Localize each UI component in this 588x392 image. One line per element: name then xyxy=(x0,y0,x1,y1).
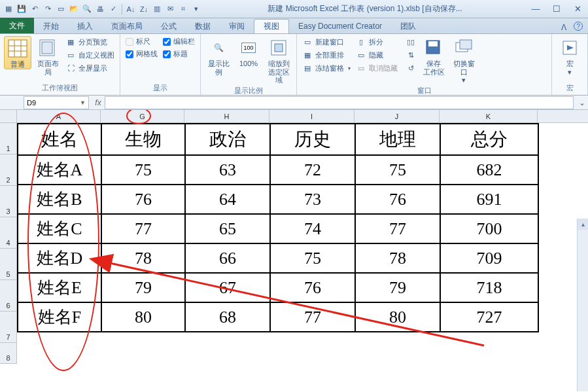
select-all-corner[interactable] xyxy=(0,110,17,123)
column-header-G[interactable]: G xyxy=(101,110,184,123)
help-icon[interactable]: ? xyxy=(574,22,583,31)
cell-r6-c2[interactable]: 67 xyxy=(185,273,270,302)
cell-r2-c4[interactable]: 75 xyxy=(355,155,440,185)
cell-r7-c1[interactable]: 80 xyxy=(101,302,185,332)
row-header-5[interactable]: 5 xyxy=(0,249,17,280)
custom-views-button[interactable]: ▭自定义视图 xyxy=(64,49,116,61)
formula-input[interactable] xyxy=(105,96,574,109)
column-headers[interactable]: AGHIJK xyxy=(17,110,588,123)
excel-icon[interactable]: ▦ xyxy=(3,3,14,15)
undo-icon[interactable]: ↶ xyxy=(29,3,41,15)
namebox-dropdown-icon[interactable]: ▼ xyxy=(80,99,86,106)
hide-button[interactable]: ▭隐藏 xyxy=(355,49,399,61)
zoom-button[interactable]: 🔍 显示比例 xyxy=(205,36,232,76)
macros-button[interactable]: 宏▾ xyxy=(556,36,583,76)
column-header-K[interactable]: K xyxy=(440,110,538,123)
cell-r4-c0[interactable]: 姓名C xyxy=(18,214,101,243)
reset-pos-button[interactable]: ↺ xyxy=(404,62,417,74)
row-header-6[interactable]: 6 xyxy=(0,280,17,312)
tab-home[interactable]: 开始 xyxy=(34,19,68,33)
cell-r6-c1[interactable]: 79 xyxy=(101,273,185,302)
cell-r4-c2[interactable]: 65 xyxy=(185,214,270,243)
page-break-preview-button[interactable]: ▦分页预览 xyxy=(64,36,116,48)
cell-r7-c5[interactable]: 727 xyxy=(440,302,538,332)
unhide-button[interactable]: ▭取消隐藏 xyxy=(355,62,399,74)
tab-insert[interactable]: 插入 xyxy=(68,19,102,33)
side-by-side-button[interactable]: ▯▯ xyxy=(404,36,417,48)
formula-expand-icon[interactable]: ⌄ xyxy=(576,98,588,107)
cells[interactable]: 姓名生物政治历史地理总分姓名A75637275682姓名B76647376691… xyxy=(17,123,539,332)
formula-bar-checkbox[interactable]: 编辑栏 xyxy=(162,36,196,47)
tab-formulas[interactable]: 公式 xyxy=(152,19,186,33)
column-header-I[interactable]: I xyxy=(269,110,355,123)
cell-r3-c5[interactable]: 691 xyxy=(440,185,538,214)
cell-r6-c5[interactable]: 718 xyxy=(440,273,538,302)
cell-r5-c3[interactable]: 75 xyxy=(270,243,355,273)
new-window-button[interactable]: ▭新建窗口 xyxy=(301,36,352,48)
cell-r3-c1[interactable]: 76 xyxy=(101,185,185,214)
row-header-8[interactable]: 8 xyxy=(0,343,17,364)
tab-easy-document-creator[interactable]: Easy Document Creator xyxy=(289,19,391,33)
column-header-A[interactable]: A xyxy=(17,110,101,123)
spell-icon[interactable]: ✓ xyxy=(107,3,119,15)
cell-r1-c2[interactable]: 政治 xyxy=(185,124,270,155)
switch-windows-button[interactable]: 切换窗口▾ xyxy=(450,36,477,84)
print-preview-icon[interactable]: 🔍 xyxy=(81,3,93,15)
open-icon[interactable]: 📂 xyxy=(68,3,80,15)
cell-r3-c4[interactable]: 76 xyxy=(355,185,440,214)
sort-desc-icon[interactable]: Z↓ xyxy=(138,3,150,15)
row-headers[interactable]: 12345678 xyxy=(0,123,17,364)
name-box[interactable]: D9 ▼ xyxy=(24,96,89,109)
row-header-2[interactable]: 2 xyxy=(0,154,17,186)
tab-review[interactable]: 审阅 xyxy=(220,19,254,33)
quick-print-icon[interactable]: 🖶 xyxy=(94,3,106,15)
zoom-to-selection-button[interactable]: 缩放到选定区域 xyxy=(265,36,292,84)
row-header-3[interactable]: 3 xyxy=(0,186,17,217)
tab-file[interactable]: 文件 xyxy=(0,18,34,33)
vertical-scrollbar[interactable]: ▴ xyxy=(577,219,588,391)
arrange-all-button[interactable]: ▦全部重排 xyxy=(301,49,352,61)
cell-r1-c0[interactable]: 姓名 xyxy=(18,124,101,155)
cell-r2-c3[interactable]: 72 xyxy=(270,155,355,185)
cell-r3-c0[interactable]: 姓名B xyxy=(18,185,101,214)
cell-r6-c4[interactable]: 79 xyxy=(355,273,440,302)
cell-r7-c2[interactable]: 68 xyxy=(185,302,270,332)
cell-r1-c5[interactable]: 总分 xyxy=(440,124,538,155)
cell-r4-c1[interactable]: 77 xyxy=(101,214,185,243)
cell-r6-c3[interactable]: 76 xyxy=(270,273,355,302)
page-layout-view-button[interactable]: 页面布局 xyxy=(34,36,61,76)
fx-icon[interactable]: fx xyxy=(92,98,105,107)
cell-r5-c1[interactable]: 78 xyxy=(101,243,185,273)
new-icon[interactable]: ▭ xyxy=(55,3,67,15)
cell-r2-c1[interactable]: 75 xyxy=(101,155,185,185)
redo-icon[interactable]: ↷ xyxy=(42,3,54,15)
column-header-J[interactable]: J xyxy=(355,110,440,123)
maximize-icon[interactable]: ☐ xyxy=(549,3,564,15)
close-icon[interactable]: ✕ xyxy=(570,3,585,15)
sort-asc-icon[interactable]: A↓ xyxy=(125,3,137,15)
row-header-7[interactable]: 7 xyxy=(0,312,17,343)
ribbon-minimize-icon[interactable]: ᐱ xyxy=(558,22,570,33)
open-recent-icon[interactable]: ▥ xyxy=(151,3,163,15)
split-button[interactable]: ▯拆分 xyxy=(355,36,399,48)
tab-data[interactable]: 数据 xyxy=(186,19,220,33)
gridlines-checkbox[interactable]: 网格线 xyxy=(124,48,159,60)
cell-r5-c4[interactable]: 78 xyxy=(355,243,440,273)
cell-r4-c5[interactable]: 700 xyxy=(440,214,538,243)
cell-r7-c3[interactable]: 77 xyxy=(270,302,355,332)
freeze-panes-button[interactable]: ▤冻结窗格▾ xyxy=(301,62,352,74)
cell-r7-c4[interactable]: 80 xyxy=(355,302,440,332)
cell-r5-c2[interactable]: 66 xyxy=(185,243,270,273)
cell-r2-c5[interactable]: 682 xyxy=(440,155,538,185)
cell-r1-c4[interactable]: 地理 xyxy=(355,124,440,155)
cell-r2-c2[interactable]: 63 xyxy=(185,155,270,185)
cell-r2-c0[interactable]: 姓名A xyxy=(18,155,101,185)
scroll-up-icon[interactable]: ▴ xyxy=(578,219,588,230)
column-header-H[interactable]: H xyxy=(184,110,269,123)
ruler-checkbox[interactable]: 标尺 xyxy=(124,36,159,47)
column-header-extra[interactable] xyxy=(538,110,588,123)
tab-team[interactable]: 团队 xyxy=(391,19,425,33)
row-header-4[interactable]: 4 xyxy=(0,217,17,249)
normal-view-button[interactable]: 普通 xyxy=(4,36,31,69)
spreadsheet-grid[interactable]: AGHIJK 12345678 姓名生物政治历史地理总分姓名A756372756… xyxy=(0,110,588,391)
